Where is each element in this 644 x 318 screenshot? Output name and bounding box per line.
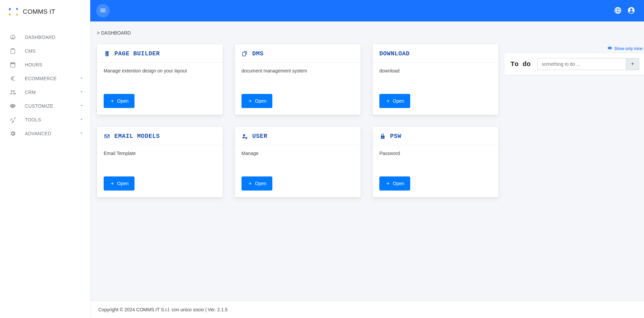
card-header: EMAIL MODELS [97,127,223,145]
gear-icon [9,130,17,137]
lock-icon [379,133,386,140]
chevron-down-icon [79,76,84,81]
dashboard-card-user: USERManageOpen [235,127,361,197]
dashboard-card-email-models: EMAIL MODELSEmail TemplateOpen [97,127,223,197]
envelope-icon [104,133,110,140]
open-button[interactable]: Open [241,176,272,191]
sidebar-item-advanced[interactable]: ADVANCED [0,126,90,140]
dashboard-cards-grid: PAGE BUILDERManage extention design on y… [97,44,498,197]
breadcrumb-current[interactable]: DASHBOARD [101,30,131,36]
eye-icon [607,46,612,51]
topbar [90,0,644,21]
open-button[interactable]: Open [104,176,135,191]
chevron-down-icon [79,131,84,136]
open-button[interactable]: Open [104,94,135,108]
open-button-label: Open [255,98,266,104]
show-only-mine-label: Show only mine [614,46,643,51]
brand-logo-icon [8,8,19,15]
clipboard-icon [9,48,17,54]
building-icon [104,50,110,57]
card-footer: Open [373,87,498,115]
open-button-label: Open [117,181,128,186]
footer-text: Copyright © 2024 COMMS.IT S.r.l. con uni… [98,307,228,312]
gauge-icon [9,34,17,41]
show-only-mine-link[interactable]: Show only mine [504,44,644,53]
open-button[interactable]: Open [379,94,410,108]
sidebar: COMMS IT DASHBOARDCMSHOURSECOMMERCECRMCU… [0,0,90,318]
open-button-label: Open [393,98,404,104]
card-description: Manage [235,145,361,170]
tools-icon [9,116,17,123]
copy-icon [241,50,248,57]
sidebar-item-label: TOOLS [25,117,79,122]
card-header: PSW [373,127,498,145]
calendar-icon [9,61,17,68]
sidebar-item-label: CUSTOMIZE [25,103,79,109]
brand-name: COMMS IT [23,8,55,15]
sidebar-item-label: HOURS [25,62,84,67]
sidebar-item-label: CRM [25,90,79,95]
mask-icon [9,103,17,109]
breadcrumb-prefix: > [97,30,100,36]
card-title: EMAIL MODELS [114,133,160,140]
people-icon [9,89,17,96]
todo-add-button[interactable] [626,58,639,70]
card-title: PSW [390,133,401,140]
hamburger-icon [100,7,106,15]
todo-input[interactable] [537,58,626,70]
sidebar-item-dashboard[interactable]: DASHBOARD [0,30,90,44]
sidebar-item-label: CMS [25,48,84,54]
todo-card: To do [504,53,644,75]
chevron-down-icon [79,90,84,95]
sidebar-nav: DASHBOARDCMSHOURSECOMMERCECRMCUSTOMIZETO… [0,23,90,140]
card-header: DOWNLOAD [373,44,498,63]
dashboard-card-dms: DMSdocument management systemOpen [235,44,361,115]
sidebar-item-ecommerce[interactable]: ECOMMERCE [0,71,90,85]
sidebar-item-label: ADVANCED [25,131,79,136]
account-button[interactable] [625,4,638,17]
sidebar-item-label: ECOMMERCE [25,76,79,81]
dashboard-card-psw: PSWPasswordOpen [373,127,498,197]
card-title: USER [252,133,267,140]
language-button[interactable] [611,4,625,17]
sidebar-item-tools[interactable]: TOOLS [0,113,90,126]
open-button-label: Open [117,98,128,104]
footer: Copyright © 2024 COMMS.IT S.r.l. con uni… [90,301,644,318]
dashboard-card-page-builder: PAGE BUILDERManage extention design on y… [97,44,223,115]
card-footer: Open [97,87,223,115]
plus-icon [630,61,635,67]
card-description: Email Template [97,145,223,170]
open-button-label: Open [255,181,266,186]
card-header: PAGE BUILDER [97,44,223,63]
todo-input-group [537,58,639,70]
dashboard-card-download: DOWNLOADdownloadOpen [373,44,498,115]
sidebar-item-hours[interactable]: HOURS [0,58,90,71]
user-gear-icon [241,133,248,140]
open-button[interactable]: Open [379,176,410,191]
account-circle-icon [627,6,635,15]
card-footer: Open [373,170,498,197]
globe-icon [614,6,622,15]
main-content: > DASHBOARD PAGE BUILDERManage extention… [90,21,644,318]
chevron-down-icon [79,117,84,122]
card-footer: Open [97,170,223,197]
sidebar-toggle-button[interactable] [96,4,110,17]
open-button-label: Open [393,181,404,186]
chevron-down-icon [79,103,84,109]
brand[interactable]: COMMS IT [0,0,90,23]
card-description: download [373,63,498,87]
sidebar-item-cms[interactable]: CMS [0,44,90,58]
card-footer: Open [235,170,361,197]
card-header: USER [235,127,361,145]
card-description: Password [373,145,498,170]
card-header: DMS [235,44,361,63]
sidebar-item-crm[interactable]: CRM [0,85,90,99]
card-title: PAGE BUILDER [114,50,160,57]
card-footer: Open [235,87,361,115]
card-title: DMS [252,50,264,57]
sidebar-item-customize[interactable]: CUSTOMIZE [0,99,90,113]
open-button[interactable]: Open [241,94,272,108]
todo-heading: To do [511,60,531,68]
todo-panel: Show only mine To do [504,44,644,75]
euro-icon [9,75,17,82]
